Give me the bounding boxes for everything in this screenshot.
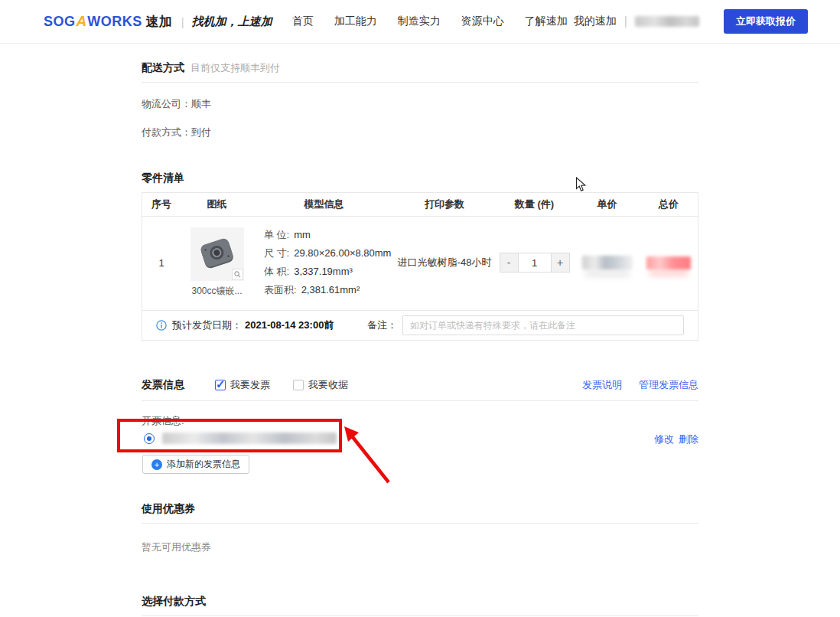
zoom-magnifier-icon[interactable]	[232, 269, 243, 280]
shipping-section: 配送方式 目前仅支持顺丰到付 物流公司：顺丰 付款方式：到付	[142, 61, 698, 139]
unit-price-cell	[575, 226, 640, 299]
parts-table-header: 序号 图纸 模型信息 打印参数 数量 (件) 单价 总价	[142, 193, 698, 216]
shipping-pay-method: 付款方式：到付	[142, 126, 698, 139]
ship-date-value: 2021-08-14 23:00前	[245, 318, 334, 332]
nav-item-capability[interactable]: 加工能力	[334, 15, 377, 28]
col-model-info: 模型信息	[253, 193, 395, 216]
part-thumbnail[interactable]	[190, 227, 244, 281]
nav-item-resources[interactable]: 资源中心	[461, 15, 504, 28]
invoice-body: 开票信息: 修改 删除 + 添加新的发票信息	[142, 414, 698, 474]
logo-text: SOG	[44, 14, 76, 30]
shipping-note: 目前仅支持顺丰到付	[190, 61, 280, 75]
header-right: 我的速加 | 立即获取报价	[574, 9, 808, 34]
model-info-cell: 单 位:mm 尺 寸:29.80×26.00×8.80mm 体 积:3,337.…	[253, 226, 395, 299]
parts-table: 序号 图纸 模型信息 打印参数 数量 (件) 单价 总价 1	[142, 192, 698, 341]
checkbox-checked-icon[interactable]	[215, 380, 226, 390]
coupon-section: 使用优惠券 暂无可用优惠券	[142, 501, 698, 554]
qty-increase-button[interactable]: +	[551, 253, 570, 273]
col-total-price: 总价	[640, 193, 698, 216]
delete-billing-link[interactable]: 删除	[679, 433, 698, 446]
volume-value: 3,337.19mm³	[294, 266, 353, 277]
get-quote-button[interactable]: 立即获取报价	[724, 9, 808, 34]
total-price-redacted	[646, 256, 691, 269]
want-receipt-checkbox[interactable]: 我要收据	[293, 378, 348, 392]
billing-actions: 修改 删除	[654, 433, 698, 446]
billing-info-label: 开票信息:	[142, 414, 698, 428]
col-quantity: 数量 (件)	[494, 193, 575, 216]
parts-section: 零件清单 序号 图纸 模型信息 打印参数 数量 (件) 单价 总价 1	[142, 171, 698, 341]
remark-group: 备注：	[367, 315, 684, 335]
plus-circle-icon: +	[151, 459, 162, 470]
invoice-section-title: 发票信息	[142, 378, 184, 392]
size-label: 尺 寸:	[264, 247, 289, 259]
qty-decrease-button[interactable]: -	[500, 253, 519, 273]
quantity-stepper: - +	[500, 253, 570, 273]
payment-section: 选择付款方式 微信支付 支 支付宝	[142, 594, 698, 617]
logo-a-mark: A	[77, 13, 87, 30]
logo-cn: 速加	[146, 13, 172, 31]
brand-logo[interactable]: SOGAWORKS 速加	[44, 13, 172, 31]
logo-divider: |	[181, 15, 184, 28]
shipping-section-title: 配送方式	[142, 61, 184, 75]
ship-date-label: 预计发货日期：	[172, 318, 242, 332]
col-unit-price: 单价	[575, 193, 640, 216]
quantity-cell: - +	[494, 226, 575, 299]
surface-label: 表面积:	[264, 284, 297, 295]
col-drawing: 图纸	[181, 193, 253, 216]
unit-price-redacted	[582, 256, 633, 269]
nav-item-strength[interactable]: 制造实力	[398, 15, 441, 28]
nav-item-home[interactable]: 首页	[292, 15, 314, 28]
billing-info-redacted	[162, 433, 337, 444]
logo-text-2: WORKS	[87, 14, 142, 30]
username-redacted	[635, 16, 699, 27]
billing-info-option[interactable]	[144, 433, 337, 444]
manage-invoice-link[interactable]: 管理发票信息	[639, 378, 698, 392]
top-navbar: SOGAWORKS 速加 | 找机加，上速加 首页 加工能力 制造实力 资源中心…	[0, 0, 840, 44]
surface-value: 2,381.61mm²	[301, 284, 360, 295]
table-footer: 预计发货日期： 2021-08-14 23:00前 备注：	[142, 310, 698, 340]
qty-input[interactable]	[519, 253, 551, 273]
add-invoice-label: 添加新的发票信息	[167, 458, 240, 471]
payment-section-title: 选择付款方式	[142, 595, 206, 607]
col-print-params: 打印参数	[395, 193, 494, 216]
invoice-links: 发票说明 管理发票信息	[582, 378, 698, 392]
coupon-empty-text: 暂无可用优惠券	[142, 540, 698, 554]
want-receipt-label: 我要收据	[308, 378, 348, 392]
volume-label: 体 积:	[264, 266, 289, 277]
size-value: 29.80×26.00×8.80mm	[294, 247, 391, 259]
unit-label: 单 位:	[264, 229, 289, 240]
checkbox-unchecked-icon[interactable]	[293, 380, 304, 390]
part-filename: 300cc镶嵌...	[191, 285, 242, 298]
coupon-section-title: 使用优惠券	[142, 502, 195, 514]
main-nav: 首页 加工能力 制造实力 资源中心 了解速加	[292, 15, 568, 28]
invoice-help-link[interactable]: 发票说明	[582, 378, 622, 392]
want-invoice-label: 我要发票	[230, 378, 270, 392]
info-icon	[156, 320, 167, 331]
remark-label: 备注：	[367, 318, 397, 332]
my-account-link[interactable]: 我的速加	[574, 15, 617, 28]
parts-section-title: 零件清单	[142, 171, 698, 185]
drawing-cell: 300cc镶嵌...	[181, 226, 253, 299]
row-index: 1	[142, 226, 181, 299]
table-row: 1	[142, 216, 698, 310]
nav-item-about[interactable]: 了解速加	[525, 15, 568, 28]
col-index: 序号	[142, 193, 181, 216]
invoice-section-header: 发票信息 我要发票 我要收据 发票说明 管理发票信息	[142, 378, 698, 401]
edit-billing-link[interactable]: 修改	[654, 433, 674, 446]
want-invoice-checkbox[interactable]: 我要发票	[215, 378, 270, 392]
add-invoice-button[interactable]: + 添加新的发票信息	[142, 455, 249, 474]
logistics-company: 物流公司：顺丰	[142, 97, 698, 111]
total-price-cell	[640, 226, 698, 299]
remark-input[interactable]	[402, 315, 684, 335]
user-divider: |	[624, 15, 627, 28]
print-param-cell: 进口光敏树脂-48小时	[395, 226, 494, 299]
radio-selected-icon[interactable]	[144, 433, 155, 444]
unit-value: mm	[294, 229, 311, 240]
brand-slogan: 找机加，上速加	[192, 15, 272, 29]
